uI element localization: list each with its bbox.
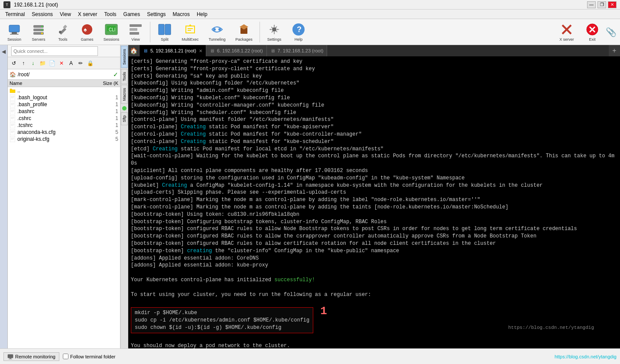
file-item[interactable]: .tcshrc1 bbox=[8, 122, 120, 129]
tab5-icon: 🖥 bbox=[143, 48, 148, 53]
menu-sessions[interactable]: Sessions bbox=[28, 10, 56, 18]
file-item[interactable]: original-ks.cfg5 bbox=[8, 136, 120, 143]
term-line bbox=[131, 269, 617, 276]
menu-games[interactable]: Games bbox=[120, 10, 144, 18]
tunneling-button[interactable]: Tunneling bbox=[205, 21, 229, 43]
sessions-label: Sessions bbox=[104, 37, 120, 42]
fp-edit-button[interactable]: ✏ bbox=[76, 59, 85, 68]
svg-rect-43 bbox=[10, 108, 15, 114]
exit-label: Exit bbox=[589, 37, 595, 42]
maximize-button[interactable]: ❐ bbox=[597, 1, 606, 8]
tab6-icon: 🖥 bbox=[210, 48, 214, 53]
toolbar: Session Servers Tools ♠ Games CLI Sessio… bbox=[0, 19, 620, 45]
fp-refresh-button[interactable]: ↺ bbox=[10, 59, 18, 68]
multiexec-button[interactable]: MultiExec bbox=[178, 21, 202, 43]
title-bar: T 192.168.1.21 (root) — ❐ ✕ bbox=[0, 0, 620, 10]
file-item-name: .bash_logout bbox=[17, 94, 93, 101]
watermark: https://blog.csdn.net/ytangdig bbox=[508, 325, 594, 331]
menu-view[interactable]: View bbox=[56, 10, 75, 18]
help-label: Help bbox=[295, 37, 303, 42]
terminal-tab-7[interactable]: 🖥 7. 192.168.1.23 (root) bbox=[267, 45, 328, 56]
fp-newfile-button[interactable]: 📄 bbox=[48, 59, 56, 68]
split-button[interactable]: Split bbox=[154, 21, 175, 43]
menu-tools[interactable]: Tools bbox=[101, 10, 120, 18]
term-line: [bootstrap-token] configured RBAC rules … bbox=[131, 240, 617, 247]
fp-newfolder-button[interactable]: 📁 bbox=[38, 59, 47, 68]
left-panel-toggle[interactable]: ◀ bbox=[0, 45, 8, 348]
sessions-button[interactable]: CLI Sessions bbox=[101, 21, 122, 43]
terminal-tab-5[interactable]: 🖥 5. 192.168.1.21 (root) ✕ bbox=[140, 45, 206, 56]
svg-point-7 bbox=[41, 29, 43, 31]
svg-rect-17 bbox=[130, 28, 137, 31]
svg-marker-21 bbox=[188, 24, 192, 26]
svg-text:CLI: CLI bbox=[109, 27, 116, 32]
quick-connect-input[interactable] bbox=[11, 46, 98, 56]
menu-xserver[interactable]: X server bbox=[75, 10, 101, 18]
file-item-icon bbox=[10, 129, 16, 135]
tab5-close[interactable]: ✕ bbox=[199, 49, 202, 53]
exit-button[interactable]: Exit bbox=[581, 21, 603, 43]
term-line: [mark-control-plane] Marking the node m … bbox=[131, 196, 617, 204]
menu-macros[interactable]: Macros bbox=[169, 10, 193, 18]
file-path-input[interactable] bbox=[18, 72, 113, 78]
fp-upload-button[interactable]: ↑ bbox=[19, 59, 28, 68]
fp-download-button[interactable]: ↓ bbox=[29, 59, 37, 68]
session-button[interactable]: Session bbox=[3, 21, 25, 43]
app-icon: T bbox=[3, 1, 10, 8]
fp-delete-button[interactable]: ✕ bbox=[57, 59, 66, 68]
attach-icon[interactable]: 📎 bbox=[606, 27, 617, 37]
sessions-tab[interactable]: Sessions bbox=[121, 46, 128, 68]
menu-terminal[interactable]: Terminal bbox=[2, 10, 28, 18]
xserver-button[interactable]: X server bbox=[555, 21, 579, 43]
tab-add-button[interactable]: + bbox=[609, 45, 620, 56]
file-item[interactable]: .. bbox=[8, 87, 120, 94]
settings-button[interactable]: Settings bbox=[263, 21, 285, 43]
terminal-tab-6[interactable]: 🖥 6. 192.168.1.22 (root) bbox=[206, 45, 267, 56]
settings-icon bbox=[267, 23, 281, 36]
games-button[interactable]: ♠ Games bbox=[76, 21, 98, 43]
window-controls: — ❐ ✕ bbox=[587, 1, 617, 8]
sftp-tab[interactable]: Sftp bbox=[121, 112, 128, 125]
cmd-line: sudo chown $(id -u):$(id -g) $HOME/.kube… bbox=[135, 324, 309, 332]
view-button[interactable]: View bbox=[125, 21, 146, 43]
terminal-content[interactable]: [certs] Generating "front-proxy-ca" cert… bbox=[128, 56, 620, 348]
term-line: [certs] Generating "sa" key and public k… bbox=[131, 73, 617, 80]
file-item[interactable]: .bash_logout1 bbox=[8, 94, 120, 101]
tab-home-button[interactable]: 🏠 bbox=[128, 45, 140, 56]
follow-terminal-folder-label[interactable]: Follow terminal folder bbox=[63, 354, 116, 359]
term-line: [bootstrap-token] configured RBAC rules … bbox=[131, 233, 617, 240]
packages-button[interactable]: Packages bbox=[232, 21, 256, 43]
term-line: [upload-certs] Skipping phase. Please se… bbox=[131, 189, 617, 196]
term-line: [kubeconfig] Writing "scheduler.conf" ku… bbox=[131, 109, 617, 117]
collapse-arrow[interactable]: ◀ bbox=[2, 49, 6, 55]
menu-help[interactable]: Help bbox=[193, 10, 211, 18]
term-line: [wait-control-plane] Waiting for the kub… bbox=[131, 153, 617, 167]
minimize-button[interactable]: — bbox=[587, 1, 596, 8]
monitor-icon bbox=[7, 354, 13, 360]
file-item[interactable]: .bashrc1 bbox=[8, 108, 120, 115]
side-tabs: Sessions Tools Macros Sftp bbox=[120, 45, 128, 348]
file-panel: ↺ ↑ ↓ 📁 📄 ✕ A ✏ 🔒 🏠 ✓ Name Size (K ...ba… bbox=[8, 45, 120, 348]
close-button[interactable]: ✕ bbox=[608, 1, 617, 8]
remote-monitoring-button[interactable]: Remote monitoring bbox=[3, 352, 59, 361]
fp-permissions-button[interactable]: 🔒 bbox=[86, 59, 94, 68]
file-item-icon bbox=[10, 136, 16, 142]
file-item[interactable]: .cshrc1 bbox=[8, 115, 120, 122]
follow-terminal-folder-checkbox[interactable] bbox=[63, 354, 68, 359]
term-line: [kubeconfig] Writing "controller-manager… bbox=[131, 102, 617, 109]
cmd-line: mkdir -p $HOME/.kube bbox=[135, 309, 309, 317]
file-item[interactable]: anaconda-ks.cfg5 bbox=[8, 129, 120, 136]
servers-button[interactable]: Servers bbox=[28, 21, 49, 43]
file-item[interactable]: .bash_profile1 bbox=[8, 101, 120, 108]
help-button[interactable]: ? Help bbox=[288, 21, 309, 43]
cmd-badge-1: 1 bbox=[320, 306, 327, 317]
file-item-size: 1 bbox=[94, 122, 118, 128]
cmd-line: sudo cp -i /etc/kubernetes/admin.conf $H… bbox=[135, 317, 309, 324]
tools-button[interactable]: Tools bbox=[52, 21, 74, 43]
menu-settings[interactable]: Settings bbox=[143, 10, 169, 18]
packages-label: Packages bbox=[235, 37, 253, 42]
macros-tab[interactable]: Macros bbox=[121, 85, 128, 104]
tools-tab[interactable]: Tools bbox=[121, 69, 128, 84]
xserver-label: X server bbox=[559, 37, 574, 42]
fp-rename-button[interactable]: A bbox=[67, 59, 75, 68]
